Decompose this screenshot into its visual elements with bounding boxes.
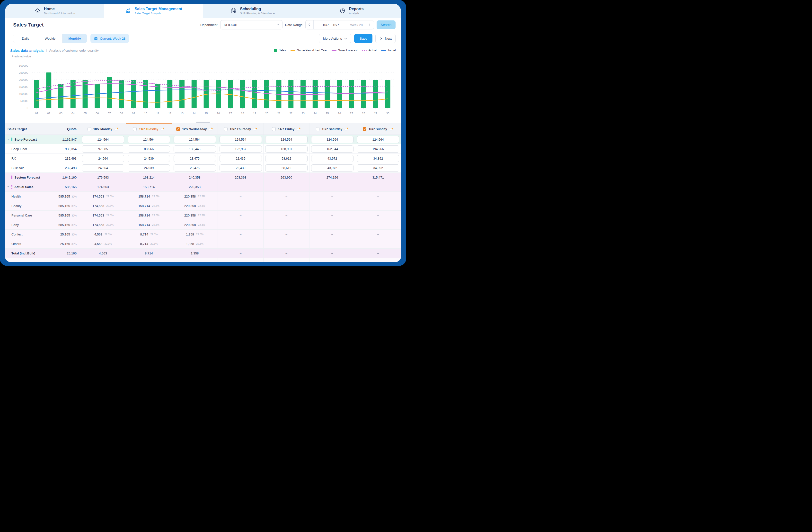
column-header-13-7-thursday[interactable]: 13/7 Thursday: [218, 123, 263, 135]
value-input[interactable]: 34,892: [357, 155, 399, 162]
legend-item-target[interactable]: Target: [381, 48, 396, 52]
empty-value: –: [148, 261, 150, 262]
empty-value: –: [286, 185, 287, 189]
value-input[interactable]: 43,972: [311, 155, 353, 162]
value-input[interactable]: 138,981: [265, 145, 307, 153]
value-input[interactable]: 24,539: [128, 165, 170, 171]
value-input[interactable]: 124,564: [311, 136, 353, 143]
period-segmented-control: DailyWeeklyMonthly: [13, 34, 87, 43]
current-week-chip[interactable]: Current: Week 28: [90, 34, 129, 43]
value-input[interactable]: 97,585: [82, 145, 124, 153]
prev-week-button[interactable]: [306, 20, 314, 29]
column-header-10-7-monday[interactable]: 10/7 Monday: [80, 123, 126, 135]
search-button[interactable]: Search: [377, 20, 395, 29]
quota-cell: 25,16530%: [60, 242, 76, 246]
empty-value: –: [331, 204, 333, 208]
next-button[interactable]: Next: [375, 34, 395, 43]
nav-item-sales-target-management[interactable]: Sales Target ManagementSales Target Anal…: [104, 4, 203, 18]
column-checkbox[interactable]: [363, 127, 366, 131]
quota-percent: 30%: [71, 224, 76, 226]
legend-item-sales-forecast[interactable]: Sales Forecast: [332, 48, 358, 52]
nav-item-texts: HomeDashboard & Information: [44, 6, 75, 15]
sales-target-table: Sales TargetQuota10/7 Monday11/7 Tuesday…: [5, 123, 401, 262]
value-input[interactable]: 58,612: [265, 155, 307, 162]
value-cell-16-7-sunday: 425: [355, 258, 401, 262]
panel-resize-handle[interactable]: [5, 120, 401, 123]
column-checkbox[interactable]: [88, 127, 91, 131]
next-week-button[interactable]: [366, 20, 374, 29]
column-header-11-7-tuesday[interactable]: 11/7 Tuesday: [126, 123, 172, 135]
value-input[interactable]: 22,439: [219, 155, 262, 162]
row-label: Personal Care: [11, 213, 32, 217]
value-input[interactable]: 124,564: [128, 136, 170, 143]
save-button[interactable]: Save: [354, 34, 373, 43]
value-cell-14-7-friday: –: [263, 201, 309, 210]
value-input[interactable]: 43,972: [311, 165, 353, 171]
weather-icon: [115, 127, 119, 131]
value-input[interactable]: 22,439: [219, 165, 262, 171]
column-header-15-7-saturday[interactable]: 15/7 Saturday: [309, 123, 355, 135]
row-expander[interactable]: ▾: [8, 138, 11, 141]
value-cell-16-7-sunday: –: [355, 211, 401, 220]
empty-value: –: [286, 242, 287, 246]
nav-item-texts: ReportsAnalysis: [349, 6, 363, 15]
more-actions-button[interactable]: More Actions: [319, 34, 351, 43]
cell-percent: 22.3%: [152, 214, 159, 217]
column-checkbox[interactable]: [224, 127, 228, 131]
row-expander[interactable]: ▾: [8, 186, 11, 188]
value-input[interactable]: 23,475: [174, 165, 216, 171]
cell-percent: 22.3%: [106, 204, 114, 207]
value-input[interactable]: 24,539: [128, 155, 170, 162]
value-cell-15-7-saturday: –: [309, 201, 355, 210]
value-input[interactable]: 58,612: [265, 165, 307, 171]
cell-value: 1,358: [186, 233, 194, 236]
value-input[interactable]: 124,564: [82, 136, 124, 143]
column-checkbox[interactable]: [272, 127, 276, 131]
quota-column-header: Quota: [67, 127, 76, 131]
value-input[interactable]: 124,564: [174, 136, 216, 143]
value-input[interactable]: 83,566: [128, 145, 170, 153]
value-input[interactable]: 162,544: [311, 145, 353, 153]
value-cell-10-7-monday: 24,564: [80, 154, 126, 163]
value-input[interactable]: 194,266: [357, 145, 399, 153]
segment-monthly[interactable]: Monthly: [62, 34, 87, 43]
value-cell-16-7-sunday: –: [355, 192, 401, 201]
column-header-16-7-sunday[interactable]: 16/7 Sunday: [355, 123, 401, 135]
cell-value: 158,714: [138, 213, 150, 217]
table-row-personal-care: ▾Personal Care585,16530%174,56322.3%158,…: [5, 211, 401, 220]
column-header-14-7-friday[interactable]: 14/7 Friday: [263, 123, 309, 135]
row-label: System Forecast: [14, 176, 40, 179]
value-cell-12-7-wednesday: 212: [172, 258, 218, 262]
date-range-label: Date Range: [285, 23, 303, 27]
value-input[interactable]: 23,475: [174, 155, 216, 162]
legend-item-sales[interactable]: Sales: [274, 48, 286, 52]
value-input[interactable]: 122,967: [219, 145, 262, 153]
department-select[interactable]: DFIOC01: [220, 20, 282, 29]
value-cell-13-7-thursday: –: [218, 249, 263, 258]
legend-item-actual[interactable]: Actual: [362, 48, 377, 52]
segment-daily[interactable]: Daily: [13, 34, 38, 43]
column-checkbox[interactable]: [176, 127, 180, 131]
value-cell-12-7-wednesday: 1,35822.3%: [172, 239, 218, 248]
quota-value: 585,165: [65, 185, 76, 189]
value-input[interactable]: 124,564: [219, 136, 262, 143]
column-checkbox[interactable]: [133, 127, 136, 131]
empty-value: –: [377, 195, 379, 198]
nav-item-home[interactable]: HomeDashboard & Information: [5, 4, 104, 18]
segment-weekly[interactable]: Weekly: [38, 34, 62, 43]
value-cell-11-7-tuesday: 83,566: [126, 144, 172, 154]
value-input[interactable]: 24,564: [82, 155, 124, 162]
legend-item-same-period-last-year[interactable]: Same Period Last Year: [291, 48, 327, 52]
column-header-12-7-wednesday[interactable]: 12/7 Wednesday: [172, 123, 218, 135]
nav-item-reports[interactable]: ReportsAnalysis: [302, 4, 401, 18]
value-input[interactable]: 34,892: [357, 165, 399, 171]
column-checkbox[interactable]: [316, 127, 319, 131]
date-range-display[interactable]: 10/7 ~ 16/7 Week 28: [314, 20, 366, 29]
quota-cell: 930,354: [65, 147, 76, 151]
nav-item-scheduling[interactable]: SchedulingShift Planning & Attendance: [203, 4, 302, 18]
value-input[interactable]: 124,564: [357, 136, 399, 143]
value-input[interactable]: 24,564: [82, 165, 124, 171]
value-input[interactable]: 130,445: [174, 145, 216, 153]
value-input[interactable]: 124,564: [265, 136, 307, 143]
row-label-cell: ▾Personal Care585,16530%: [5, 211, 80, 220]
